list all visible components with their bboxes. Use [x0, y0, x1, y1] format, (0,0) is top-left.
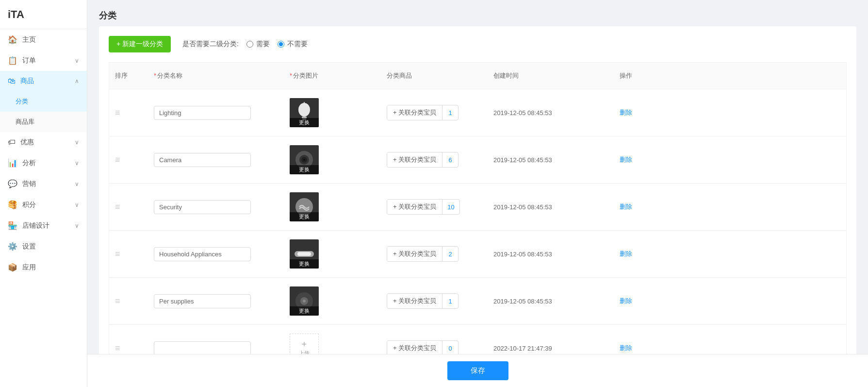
drag-handle[interactable]: ≡ — [115, 343, 120, 353]
image-td: 更换 — [284, 283, 381, 320]
date-cell: 2019-12-05 08:45:53 — [488, 294, 614, 309]
drag-handle[interactable]: ≡ — [115, 249, 120, 259]
assoc-count: 2 — [442, 248, 458, 261]
content-area: + 新建一级分类 是否需要二级分类: 需要 不需要 排序 *分类名称 — [87, 26, 868, 354]
th-image-text: 分类图片 — [293, 72, 318, 79]
assoc-button[interactable]: + 关联分类宝贝 2 — [387, 246, 459, 262]
save-button[interactable]: 保存 — [447, 361, 508, 380]
sidebar-item-home[interactable]: 🏠 主页 — [0, 29, 87, 50]
assoc-cell: + 关联分类宝贝 10 — [381, 195, 488, 219]
sidebar-item-settings[interactable]: ⚙️ 设置 — [0, 236, 87, 257]
sidebar-item-analytics[interactable]: 📊 分析 ∨ — [0, 152, 87, 173]
radio-yes-text: 需要 — [256, 40, 270, 49]
image-change-btn[interactable]: 更换 — [290, 165, 319, 174]
action-cell: 删除 — [614, 340, 662, 354]
assoc-button[interactable]: + 关联分类宝贝 0 — [387, 340, 459, 354]
date-cell: 2019-12-05 08:45:53 — [488, 200, 614, 215]
image-cell: 更换 — [290, 145, 319, 174]
name-input[interactable] — [154, 247, 251, 261]
drag-handle[interactable]: ≡ — [115, 108, 120, 118]
footer-bar: 保存 — [87, 354, 868, 387]
assoc-button[interactable]: + 关联分类宝贝 1 — [387, 105, 459, 120]
delete-button[interactable]: 删除 — [620, 344, 632, 353]
assoc-label[interactable]: + 关联分类宝贝 — [387, 105, 442, 120]
sidebar-sub-label: 分类 — [16, 97, 28, 106]
radio-yes-label[interactable]: 需要 — [246, 40, 270, 49]
assoc-cell: + 关联分类宝贝 1 — [381, 101, 488, 124]
sidebar-item-apps[interactable]: 📦 应用 — [0, 257, 87, 278]
th-created: 创建时间 — [488, 67, 614, 84]
delete-button[interactable]: 删除 — [620, 108, 632, 117]
sidebar-item-label: 应用 — [22, 263, 36, 272]
radio-no-label[interactable]: 不需要 — [278, 40, 308, 49]
assoc-count: 1 — [442, 295, 458, 308]
delete-button[interactable]: 删除 — [620, 155, 632, 164]
delete-button[interactable]: 删除 — [620, 297, 632, 305]
sidebar-item-label: 营销 — [22, 180, 36, 188]
image-upload-cell[interactable]: + 上传 — [290, 334, 319, 354]
sidebar-item-discounts[interactable]: 🏷 优惠 ∨ — [0, 132, 87, 152]
assoc-label[interactable]: + 关联分类宝贝 — [387, 152, 442, 167]
name-cell — [148, 290, 284, 312]
delete-button[interactable]: 删除 — [620, 202, 632, 211]
svg-rect-10 — [297, 252, 311, 256]
drag-handle[interactable]: ≡ — [115, 155, 120, 165]
radio-no-input[interactable] — [278, 41, 284, 48]
assoc-button[interactable]: + 关联分类宝贝 6 — [387, 152, 459, 168]
created-at: 2019-12-05 08:45:53 — [493, 251, 552, 258]
name-cell — [148, 337, 284, 354]
chevron-down-icon: ∨ — [75, 139, 79, 146]
assoc-label[interactable]: + 关联分类宝贝 — [387, 200, 442, 214]
svg-point-0 — [298, 103, 310, 117]
second-level-label: 是否需要二级分类: — [182, 40, 239, 49]
table-row: ≡ 更换 + 关联分类宝贝 1 2019-12-05 08:45:53 — [109, 89, 846, 136]
create-category-button[interactable]: + 新建一级分类 — [109, 36, 171, 52]
table-row: ≡ 更换 + 关联分类宝贝 1 2019-12-05 08:45:53 — [109, 278, 846, 325]
action-cell: 删除 — [614, 293, 662, 309]
assoc-label[interactable]: + 关联分类宝贝 — [387, 341, 442, 354]
sidebar-item-marketing[interactable]: 💬 营销 ∨ — [0, 173, 87, 194]
image-change-btn[interactable]: 更换 — [290, 118, 319, 127]
radio-yes-input[interactable] — [246, 41, 253, 48]
sidebar-item-label: 店铺设计 — [22, 221, 49, 230]
sidebar-item-products[interactable]: 🛍 商品 ∧ — [0, 71, 87, 91]
image-change-btn[interactable]: 更换 — [290, 212, 319, 221]
main-content: 分类 + 新建一级分类 是否需要二级分类: 需要 不需要 — [87, 0, 868, 387]
assoc-button[interactable]: + 关联分类宝贝 1 — [387, 293, 459, 309]
image-cell: 更换 — [290, 239, 319, 269]
svg-point-7 — [303, 159, 305, 161]
th-name: *分类名称 — [148, 67, 284, 84]
sidebar: iTA 🏠 主页 📋 订单 ∨ 🛍 商品 ∧ 分类 商品库 🏷 优惠 ∨ 📊 分… — [0, 0, 87, 387]
name-input[interactable] — [154, 294, 251, 308]
sidebar-item-orders[interactable]: 📋 订单 ∨ — [0, 50, 87, 71]
delete-button[interactable]: 删除 — [620, 250, 632, 258]
table-row: ≡ + 上传 + 关联分类宝贝 0 2022-10-17 21:47:39 — [109, 325, 846, 354]
sidebar-item-store-design[interactable]: 🏪 店铺设计 ∨ — [0, 215, 87, 236]
assoc-cell: + 关联分类宝贝 2 — [381, 242, 488, 266]
image-change-btn[interactable]: 更换 — [290, 259, 319, 269]
sort-cell: ≡ — [109, 245, 148, 263]
assoc-label[interactable]: + 关联分类宝贝 — [387, 294, 442, 308]
page-title: 分类 — [99, 11, 116, 20]
name-input[interactable] — [154, 106, 251, 120]
sort-cell: ≡ — [109, 104, 148, 122]
sidebar-item-label: 主页 — [22, 35, 36, 44]
drag-handle[interactable]: ≡ — [115, 296, 120, 306]
name-input[interactable] — [154, 200, 251, 214]
image-td: 更换 — [284, 236, 381, 272]
chevron-down-icon: ∨ — [75, 57, 79, 64]
date-cell: 2019-12-05 08:45:53 — [488, 247, 614, 262]
image-change-btn[interactable]: 更换 — [290, 306, 319, 316]
assoc-label[interactable]: + 关联分类宝贝 — [387, 247, 442, 261]
created-at: 2019-12-05 08:45:53 — [493, 298, 552, 305]
name-input[interactable] — [154, 341, 251, 354]
drag-handle[interactable]: ≡ — [115, 202, 120, 212]
sidebar-item-points[interactable]: 🥞 积分 ∨ — [0, 194, 87, 215]
created-at: 2022-10-17 21:47:39 — [493, 345, 552, 352]
sidebar-item-categories[interactable]: 分类 — [0, 91, 87, 112]
image-td: + 上传 — [284, 330, 381, 354]
assoc-count: 10 — [442, 201, 459, 214]
assoc-button[interactable]: + 关联分类宝贝 10 — [387, 199, 460, 215]
sidebar-item-warehouse[interactable]: 商品库 — [0, 112, 87, 132]
name-input[interactable] — [154, 153, 251, 167]
